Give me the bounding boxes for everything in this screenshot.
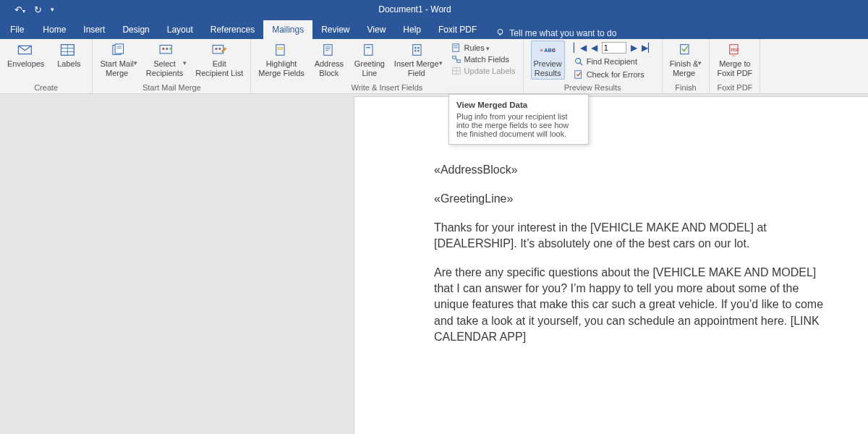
window-title: Document1 - Word	[54, 4, 775, 14]
first-record-icon[interactable]: ▏◀	[574, 43, 587, 53]
greeting-line-icon	[359, 42, 380, 58]
start-mail-merge-button[interactable]: Start MailMerge	[100, 41, 137, 78]
field-address-block[interactable]: «AddressBlock»	[434, 162, 832, 178]
highlight-label: HighlightMerge Fields	[258, 59, 305, 78]
tab-review[interactable]: Review	[312, 20, 358, 39]
envelopes-button[interactable]: Envelopes	[7, 41, 44, 78]
rules-label: Rules	[464, 43, 490, 52]
group-finish-label: Finish	[675, 81, 696, 93]
svg-line-46	[579, 63, 582, 66]
svg-text:«: «	[540, 47, 544, 54]
svg-point-16	[166, 48, 168, 50]
svg-rect-22	[278, 48, 283, 49]
highlight-merge-fields-button[interactable]: HighlightMerge Fields	[258, 41, 305, 78]
group-write-label: Write & Insert Fields	[351, 81, 422, 93]
svg-rect-27	[365, 45, 373, 56]
address-block-icon	[319, 42, 339, 58]
match-fields-icon	[451, 54, 461, 64]
match-fields-label: Match Fields	[464, 55, 509, 64]
envelope-icon	[16, 42, 36, 58]
tooltip-body: Plug info from your recipient list into …	[456, 112, 581, 138]
update-labels-button: Update Labels	[451, 66, 516, 76]
insert-merge-field-icon	[408, 42, 428, 58]
last-record-icon[interactable]: ▶▏	[642, 43, 655, 53]
document-page[interactable]: «AddressBlock» «GreetingLine» Thanks for…	[354, 97, 868, 434]
tab-mailings[interactable]: Mailings	[263, 20, 312, 39]
tab-file[interactable]: File	[6, 20, 34, 39]
svg-rect-18	[213, 46, 224, 54]
svg-rect-11	[115, 44, 123, 54]
finish-merge-button[interactable]: Finish &Merge	[670, 41, 702, 78]
svg-rect-38	[456, 60, 459, 63]
find-recipient-label: Find Recipient	[587, 57, 637, 66]
prev-record-icon[interactable]: ◀	[591, 43, 597, 53]
group-foxit-label: Foxit PDF	[717, 81, 752, 93]
ribbon-tabs: File Home Insert Design Layout Reference…	[0, 19, 868, 39]
labels-label: Labels	[57, 59, 80, 78]
ribbon: Envelopes Labels Create Start MailMerge …	[0, 39, 868, 94]
group-create-label: Create	[34, 81, 58, 93]
address-block-label: AddressBlock	[315, 59, 344, 78]
qat-customize-icon[interactable]: ▾	[51, 6, 54, 13]
svg-rect-33	[417, 50, 419, 51]
select-recipients-label: SelectRecipients	[146, 59, 187, 78]
tab-view[interactable]: View	[359, 20, 395, 39]
svg-rect-30	[414, 47, 416, 48]
svg-rect-29	[413, 45, 421, 56]
svg-point-15	[162, 48, 164, 50]
merge-to-foxit-button[interactable]: PDF Merge toFoxit PDF	[717, 41, 752, 78]
svg-rect-21	[276, 45, 284, 56]
select-recipients-button[interactable]: SelectRecipients	[146, 41, 187, 78]
tab-help[interactable]: Help	[394, 20, 430, 39]
quick-access-toolbar: ↶▾ ↻ ▾	[6, 4, 54, 15]
start-mail-merge-label: Start MailMerge	[100, 59, 137, 78]
tab-references[interactable]: References	[202, 20, 263, 39]
start-mail-merge-icon	[109, 42, 129, 58]
body-paragraph-2[interactable]: Are there any specific questions about t…	[434, 265, 832, 344]
update-labels-icon	[451, 66, 461, 76]
svg-text:»: »	[553, 47, 556, 54]
address-block-button[interactable]: AddressBlock	[313, 41, 345, 78]
find-recipient-button[interactable]: Find Recipient	[574, 56, 655, 67]
match-fields-button[interactable]: Match Fields	[451, 54, 516, 64]
field-greeting-line[interactable]: «GreetingLine»	[434, 191, 832, 207]
edit-recipient-list-icon	[209, 42, 229, 58]
rules-button[interactable]: Rules	[451, 43, 516, 53]
group-preview-results: «ABC» PreviewResults ▏◀ ◀ ▶ ▶▏ Find Reci…	[524, 39, 663, 93]
check-for-errors-button[interactable]: Check for Errors	[574, 69, 655, 80]
undo-icon[interactable]: ↶▾	[14, 4, 25, 15]
svg-rect-37	[452, 56, 455, 59]
finish-merge-icon	[676, 42, 696, 58]
foxit-pdf-icon: PDF	[725, 42, 745, 58]
tab-insert[interactable]: Insert	[75, 20, 114, 39]
next-record-icon[interactable]: ▶	[631, 43, 637, 53]
svg-rect-31	[417, 47, 419, 48]
group-foxit: PDF Merge toFoxit PDF Foxit PDF	[710, 39, 760, 93]
svg-rect-23	[324, 45, 332, 56]
svg-rect-4	[500, 34, 501, 35]
lightbulb-icon	[495, 27, 505, 39]
tooltip-view-merged-data: View Merged Data Plug info from your rec…	[448, 94, 589, 145]
tab-design[interactable]: Design	[114, 20, 158, 39]
insert-merge-field-button[interactable]: Insert MergeField	[394, 41, 443, 78]
greeting-line-button[interactable]: GreetingLine	[354, 41, 386, 78]
group-create: Envelopes Labels Create	[0, 39, 93, 93]
redo-icon[interactable]: ↻	[34, 4, 42, 15]
tab-home[interactable]: Home	[34, 20, 75, 39]
edit-recipient-list-button[interactable]: EditRecipient List	[195, 41, 243, 78]
preview-results-label: PreviewResults	[534, 59, 562, 78]
group-write-insert: HighlightMerge Fields AddressBlock Greet…	[251, 39, 523, 93]
labels-button[interactable]: Labels	[53, 41, 85, 78]
tab-foxit[interactable]: Foxit PDF	[430, 20, 485, 39]
tab-layout[interactable]: Layout	[158, 20, 202, 39]
record-number-input[interactable]	[602, 42, 626, 54]
svg-rect-47	[574, 71, 581, 79]
preview-results-button[interactable]: «ABC» PreviewResults	[531, 41, 565, 80]
svg-point-17	[169, 48, 171, 50]
finish-merge-label: Finish &Merge	[670, 59, 702, 78]
svg-point-45	[575, 59, 580, 64]
body-paragraph-1[interactable]: Thanks for your interest in the [VEHICLE…	[434, 220, 832, 252]
svg-point-20	[218, 48, 221, 50]
merge-to-foxit-label: Merge toFoxit PDF	[717, 59, 752, 78]
tell-me[interactable]: Tell me what you want to do	[495, 27, 616, 39]
